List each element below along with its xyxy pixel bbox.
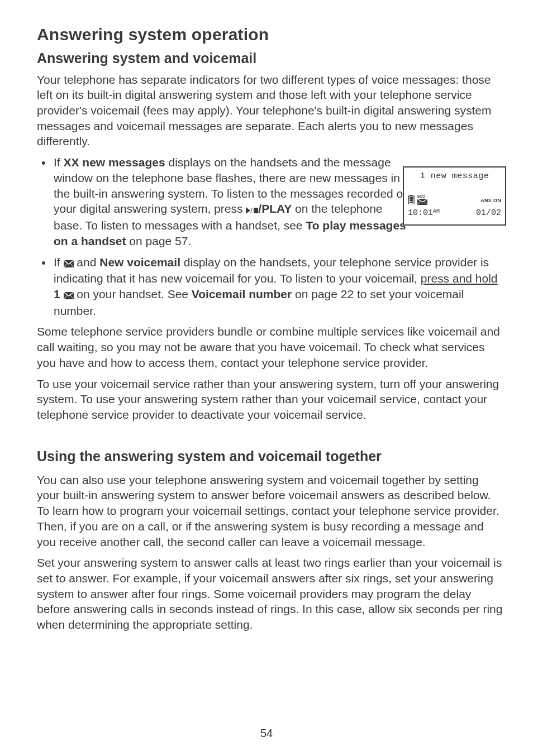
ans-on-label: ANS ON: [480, 198, 501, 204]
play-stop-icon: /: [246, 202, 258, 218]
handset-date: 01/02: [476, 208, 501, 219]
paragraph-use-voicemail: To use your voicemail service rather tha…: [37, 376, 504, 423]
text: and: [74, 256, 100, 269]
voicemail-envelope-icon: [64, 288, 74, 303]
bullet-new-voicemail: If and New voicemail display on the hand…: [37, 255, 504, 319]
voicemail-number-ref: Voicemail number: [192, 288, 292, 300]
handset-screen-illustration: 1 new message ECO ANS ON: [403, 166, 506, 226]
key-1-label: 1: [54, 288, 64, 300]
handset-message-line: 1 new message: [408, 171, 501, 182]
handset-time: 10:01AM: [408, 208, 440, 219]
text: on page 57.: [126, 235, 192, 247]
xx-new-messages-label: XX new messages: [64, 156, 165, 169]
page-number: 54: [0, 726, 533, 740]
section-title-answering-voicemail: Answering system and voicemail: [37, 49, 504, 68]
svg-text:ECO: ECO: [417, 194, 425, 198]
press-and-hold-label: press and hold: [421, 272, 498, 285]
new-voicemail-label: New voicemail: [99, 256, 180, 269]
text: If: [54, 156, 64, 169]
intro-paragraph: Your telephone has separate indicators f…: [37, 72, 504, 150]
battery-icon: [408, 195, 415, 207]
text: on your handset. See: [74, 288, 192, 300]
svg-rect-8: [410, 199, 413, 201]
voicemail-envelope-icon: [64, 256, 74, 271]
svg-text:/: /: [250, 207, 253, 214]
text: If: [54, 256, 64, 269]
paragraph-bundle-services: Some telephone service providers bundle …: [37, 324, 504, 370]
svg-rect-9: [410, 202, 413, 203]
play-label: /PLAY: [258, 202, 292, 215]
svg-rect-7: [410, 197, 413, 199]
eco-voicemail-icon: ECO: [417, 194, 427, 208]
paragraph-rings-setup: Set your answering system to answer call…: [37, 555, 504, 633]
svg-marker-0: [246, 207, 250, 214]
page-title: Answering system operation: [37, 23, 504, 46]
paragraph-together-intro: You can also use your telephone answerin…: [37, 472, 504, 550]
section-title-together: Using the answering system and voicemail…: [37, 447, 504, 466]
